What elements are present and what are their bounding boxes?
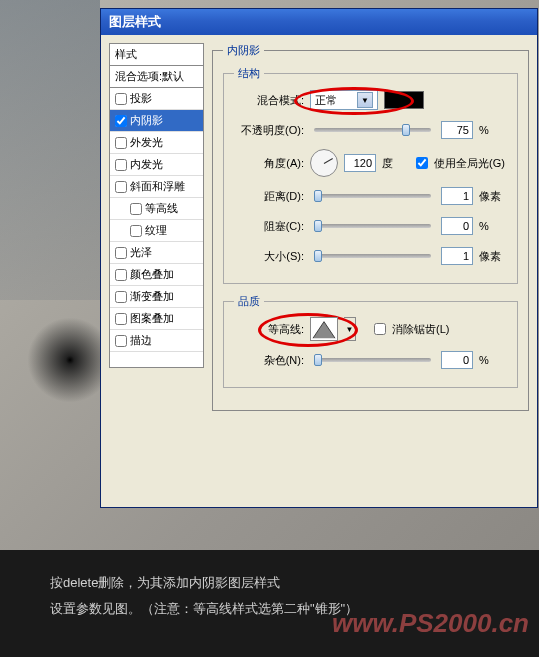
size-label: 大小(S): xyxy=(234,249,304,264)
tutorial-caption: 按delete删除，为其添加内阴影图层样式 设置参数见图。（注意：等高线样式选第… xyxy=(0,550,539,657)
style-label: 光泽 xyxy=(130,245,152,260)
style-item[interactable]: 外发光 xyxy=(110,132,203,154)
choke-unit: % xyxy=(479,220,507,232)
antialias-checkbox[interactable] xyxy=(374,323,386,335)
style-checkbox[interactable] xyxy=(115,313,127,325)
style-checkbox[interactable] xyxy=(130,203,142,215)
opacity-unit: % xyxy=(479,124,507,136)
size-unit: 像素 xyxy=(479,249,507,264)
style-checkbox[interactable] xyxy=(115,269,127,281)
antialias-label: 消除锯齿(L) xyxy=(392,322,449,337)
style-checkbox[interactable] xyxy=(115,335,127,347)
layer-style-dialog: 图层样式 样式 混合选项:默认 投影内阴影外发光内发光斜面和浮雕等高线纹理光泽颜… xyxy=(100,8,538,508)
style-checkbox[interactable] xyxy=(115,159,127,171)
blend-options[interactable]: 混合选项:默认 xyxy=(109,66,204,88)
styles-list: 投影内阴影外发光内发光斜面和浮雕等高线纹理光泽颜色叠加渐变叠加图案叠加描边 xyxy=(109,88,204,368)
angle-dial[interactable] xyxy=(310,149,338,177)
style-item[interactable]: 内发光 xyxy=(110,154,203,176)
style-label: 内发光 xyxy=(130,157,163,172)
styles-sidebar: 样式 混合选项:默认 投影内阴影外发光内发光斜面和浮雕等高线纹理光泽颜色叠加渐变… xyxy=(109,43,204,499)
distance-unit: 像素 xyxy=(479,189,507,204)
noise-input[interactable] xyxy=(441,351,473,369)
chevron-down-icon[interactable]: ▼ xyxy=(344,317,356,341)
style-label: 图案叠加 xyxy=(130,311,174,326)
style-label: 外发光 xyxy=(130,135,163,150)
global-light-label: 使用全局光(G) xyxy=(434,156,505,171)
style-checkbox[interactable] xyxy=(115,291,127,303)
titlebar[interactable]: 图层样式 xyxy=(101,9,537,35)
style-label: 颜色叠加 xyxy=(130,267,174,282)
shadow-color-swatch[interactable] xyxy=(384,91,424,109)
style-item[interactable]: 图案叠加 xyxy=(110,308,203,330)
watermark: www.PS2000.cn xyxy=(332,597,529,649)
blend-mode-label: 混合模式: xyxy=(234,93,304,108)
blend-mode-value: 正常 xyxy=(315,93,337,108)
opacity-slider[interactable] xyxy=(314,128,431,132)
size-slider[interactable] xyxy=(314,254,431,258)
style-item[interactable]: 等高线 xyxy=(110,198,203,220)
noise-unit: % xyxy=(479,354,507,366)
style-item[interactable]: 描边 xyxy=(110,330,203,352)
global-light-checkbox[interactable] xyxy=(416,157,428,169)
style-item[interactable]: 颜色叠加 xyxy=(110,264,203,286)
choke-slider[interactable] xyxy=(314,224,431,228)
style-label: 等高线 xyxy=(145,201,178,216)
noise-label: 杂色(N): xyxy=(234,353,304,368)
style-checkbox[interactable] xyxy=(115,247,127,259)
style-item[interactable]: 渐变叠加 xyxy=(110,286,203,308)
chevron-down-icon: ▼ xyxy=(357,92,373,108)
distance-label: 距离(D): xyxy=(234,189,304,204)
contour-label: 等高线: xyxy=(234,322,304,337)
choke-label: 阻塞(C): xyxy=(234,219,304,234)
style-checkbox[interactable] xyxy=(115,137,127,149)
style-label: 描边 xyxy=(130,333,152,348)
style-item[interactable]: 光泽 xyxy=(110,242,203,264)
style-item[interactable]: 纹理 xyxy=(110,220,203,242)
distance-slider[interactable] xyxy=(314,194,431,198)
style-label: 渐变叠加 xyxy=(130,289,174,304)
style-item[interactable]: 内阴影 xyxy=(110,110,203,132)
angle-input[interactable] xyxy=(344,154,376,172)
opacity-input[interactable] xyxy=(441,121,473,139)
noise-slider[interactable] xyxy=(314,358,431,362)
style-item[interactable]: 投影 xyxy=(110,88,203,110)
structure-legend: 结构 xyxy=(234,66,264,81)
opacity-label: 不透明度(O): xyxy=(234,123,304,138)
distance-input[interactable] xyxy=(441,187,473,205)
size-input[interactable] xyxy=(441,247,473,265)
quality-legend: 品质 xyxy=(234,294,264,309)
style-label: 斜面和浮雕 xyxy=(130,179,185,194)
style-label: 纹理 xyxy=(145,223,167,238)
style-item[interactable]: 斜面和浮雕 xyxy=(110,176,203,198)
angle-unit: 度 xyxy=(382,156,410,171)
quality-group: 品质 等高线: ▼ 消除锯齿(L) 杂色(N): xyxy=(223,294,518,388)
style-checkbox[interactable] xyxy=(115,115,127,127)
style-checkbox[interactable] xyxy=(115,181,127,193)
angle-label: 角度(A): xyxy=(234,156,304,171)
contour-picker[interactable] xyxy=(310,317,338,341)
choke-input[interactable] xyxy=(441,217,473,235)
blend-mode-dropdown[interactable]: 正常 ▼ xyxy=(310,90,378,110)
inner-shadow-panel: 内阴影 结构 混合模式: 正常 ▼ 不透明度(O): xyxy=(212,43,529,411)
style-checkbox[interactable] xyxy=(130,225,142,237)
structure-group: 结构 混合模式: 正常 ▼ 不透明度(O): % xyxy=(223,66,518,284)
style-label: 内阴影 xyxy=(130,113,163,128)
sidebar-header[interactable]: 样式 xyxy=(109,43,204,66)
style-label: 投影 xyxy=(130,91,152,106)
caption-line-1: 按delete删除，为其添加内阴影图层样式 xyxy=(50,570,489,596)
style-checkbox[interactable] xyxy=(115,93,127,105)
panel-title: 内阴影 xyxy=(223,43,264,58)
